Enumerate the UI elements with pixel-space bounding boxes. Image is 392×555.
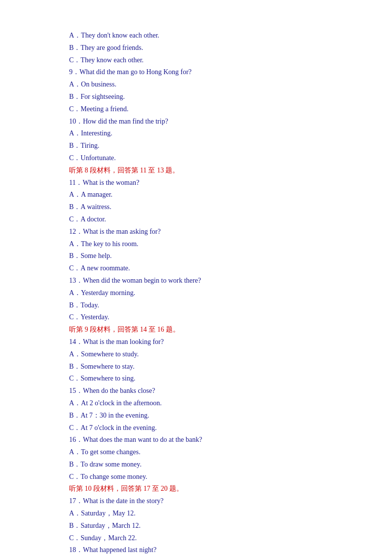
line-l41: B．Saturday，March 12. — [69, 520, 343, 532]
line-l26: 14．What is the man looking for? — [69, 336, 343, 348]
line-l1: A．They don't know each other. — [69, 30, 343, 42]
line-l14: A．A manager. — [69, 189, 343, 201]
line-l21: 13．When did the woman begin to work ther… — [69, 275, 343, 287]
line-l30: 15．When do the banks close? — [69, 385, 343, 397]
line-l33: C．At 7 o'clock in the evening. — [69, 422, 343, 434]
line-l8: 10．How did the man find the trip? — [69, 116, 343, 128]
line-l10: B．Tiring. — [69, 140, 343, 152]
line-l20: C．A new roommate. — [69, 262, 343, 274]
line-l18: A．The key to his room. — [69, 238, 343, 250]
line-l3: C．They know each other. — [69, 54, 343, 66]
content-area: A．They don't know each other.B．They are … — [69, 30, 343, 555]
line-l24: C．Yesterday. — [69, 311, 343, 323]
line-l43: 18．What happened last night? — [69, 544, 343, 555]
line-l42: C．Sunday，March 22. — [69, 532, 343, 544]
line-l25: 听第 9 段材料，回答第 14 至 16 题。 — [69, 324, 343, 336]
line-l7: C．Meeting a friend. — [69, 103, 343, 115]
line-l36: B．To draw some money. — [69, 459, 343, 470]
line-l13: 11．What is the woman? — [69, 177, 343, 189]
line-l35: A．To get some changes. — [69, 446, 343, 458]
line-l27: A．Somewhere to study. — [69, 348, 343, 360]
line-l19: B．Some help. — [69, 250, 343, 262]
line-l2: B．They are good friends. — [69, 42, 343, 54]
line-l5: A．On business. — [69, 79, 343, 90]
line-l39: 17．What is the date in the story? — [69, 495, 343, 507]
line-l15: B．A waitress. — [69, 201, 343, 213]
line-l6: B．For sightseeing. — [69, 91, 343, 103]
line-l23: B．Today. — [69, 299, 343, 311]
line-l37: C．To change some money. — [69, 471, 343, 483]
line-l17: 12．What is the man asking for? — [69, 226, 343, 238]
line-l32: B．At 7：30 in the evening. — [69, 410, 343, 422]
line-l31: A．At 2 o'clock in the afternoon. — [69, 397, 343, 409]
line-l40: A．Saturday，May 12. — [69, 508, 343, 519]
line-l4: 9．What did the man go to Hong Kong for? — [69, 66, 343, 78]
line-l29: C．Somewhere to sing. — [69, 373, 343, 384]
line-l34: 16．What does the man want to do at the b… — [69, 434, 343, 446]
line-l9: A．Interesting. — [69, 128, 343, 139]
line-l11: C．Unfortunate. — [69, 152, 343, 164]
line-l16: C．A doctor. — [69, 213, 343, 225]
line-l28: B．Somewhere to stay. — [69, 361, 343, 373]
line-l22: A．Yesterday morning. — [69, 287, 343, 299]
line-l12: 听第 8 段材料，回答第 11 至 13 题。 — [69, 165, 343, 176]
line-l38: 听第 10 段材料，回答第 17 至 20 题。 — [69, 483, 343, 495]
